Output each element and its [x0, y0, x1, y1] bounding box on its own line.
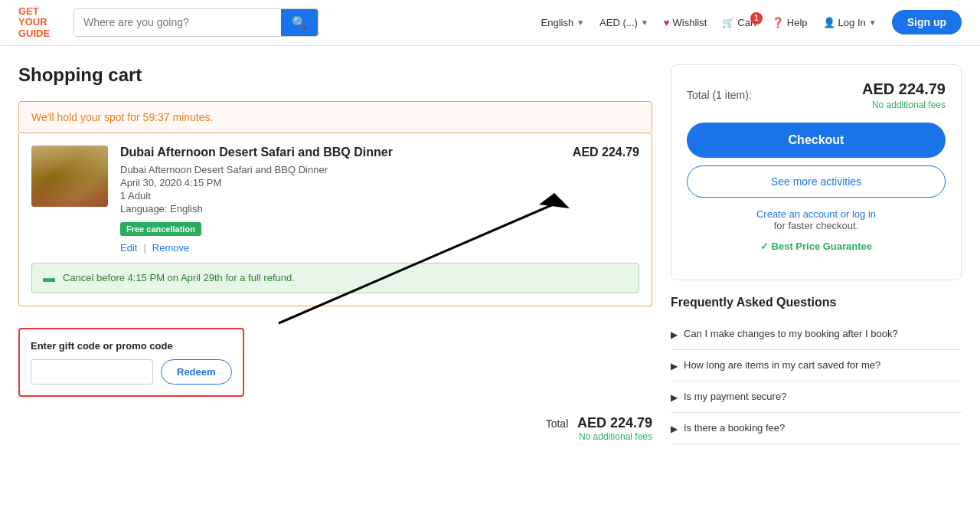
- account-note: Create an account or log in for faster c…: [687, 208, 946, 231]
- faq-arrow-icon-1: ▶: [671, 361, 678, 372]
- currency-selector[interactable]: AED (...) ▼: [599, 17, 648, 28]
- faq-question-0: Can I make changes to my booking after I…: [684, 328, 898, 339]
- cart-badge: 1: [750, 12, 763, 25]
- summary-price: AED 224.79: [862, 80, 946, 97]
- login-caret-icon: ▼: [869, 18, 877, 27]
- wishlist-nav[interactable]: ♥ Wishlist: [664, 17, 707, 28]
- cart-icon: 🛒: [722, 17, 734, 28]
- summary-header: Total (1 item): AED 224.79 No additional…: [687, 80, 946, 110]
- item-price: AED 224.79: [573, 146, 639, 159]
- main-content: Shopping cart We'll hold your spot for 5…: [0, 46, 980, 463]
- login-label: Log In: [838, 17, 866, 28]
- cart-card: Dubai Afternoon Desert Safari and BBQ Di…: [18, 133, 652, 306]
- item-image: [31, 146, 108, 207]
- logo-line2: YOUR: [18, 17, 61, 28]
- search-input[interactable]: [74, 9, 281, 36]
- login-nav[interactable]: 👤 Log In ▼: [823, 17, 877, 28]
- total-no-fees: No additional fees: [579, 431, 652, 442]
- promo-input[interactable]: [31, 359, 153, 385]
- item-details: Dubai Afternoon Desert Safari and BBQ Di…: [120, 146, 560, 254]
- header-nav: English ▼ AED (...) ▼ ♥ Wishlist 🛒 1 Car…: [541, 10, 962, 34]
- faq-item-0[interactable]: ▶ Can I make changes to my booking after…: [671, 319, 962, 350]
- total-label: Total: [546, 417, 569, 430]
- promo-section: Enter gift code or promo code Redeem: [18, 328, 244, 397]
- login-link[interactable]: log in: [852, 208, 876, 220]
- item-language: Language: English: [120, 203, 560, 214]
- timer-text: We'll hold your spot for 59:37 minutes.: [31, 111, 213, 123]
- cancellation-badge: Free cancellation: [120, 222, 201, 236]
- promo-area: Enter gift code or promo code Redeem Tot…: [18, 316, 652, 442]
- currency-caret-icon: ▼: [641, 18, 648, 27]
- logo-line3: GUIDE: [18, 28, 61, 39]
- faq-title: Frequently Asked Questions: [671, 296, 962, 309]
- create-account-link[interactable]: Create an account or: [756, 208, 852, 220]
- account-suffix: for faster checkout.: [774, 220, 859, 231]
- user-icon: 👤: [823, 17, 835, 28]
- faq-section: Frequently Asked Questions ▶ Can I make …: [671, 296, 962, 444]
- faq-question-1: How long are items in my cart saved for …: [684, 359, 880, 371]
- search-button[interactable]: 🔍: [281, 9, 318, 36]
- summary-price-block: AED 224.79 No additional fees: [862, 80, 946, 110]
- faq-arrow-icon-3: ▶: [671, 424, 678, 434]
- cart-item-row: Dubai Afternoon Desert Safari and BBQ Di…: [31, 146, 639, 254]
- faq-question-3: Is there a booking fee?: [684, 422, 785, 434]
- cart-nav[interactable]: 🛒 1 Cart: [722, 17, 756, 28]
- best-price-guarantee: Best Price Guarantee: [687, 241, 946, 252]
- wishlist-label: Wishlist: [673, 17, 707, 28]
- help-nav[interactable]: ❓ Help: [772, 17, 808, 28]
- account-prefix: Create an account or: [756, 208, 849, 220]
- faq-item-3[interactable]: ▶ Is there a booking fee?: [671, 413, 962, 444]
- signup-button[interactable]: Sign up: [892, 10, 962, 34]
- item-name: Dubai Afternoon Desert Safari and BBQ Di…: [120, 146, 560, 159]
- item-subtitle: Dubai Afternoon Desert Safari and BBQ Di…: [120, 164, 560, 175]
- total-amount: AED 224.79: [577, 415, 652, 430]
- faq-item-2[interactable]: ▶ Is my payment secure?: [671, 381, 962, 413]
- see-more-button[interactable]: See more activities: [687, 165, 946, 198]
- summary-no-fees: No additional fees: [862, 100, 946, 110]
- promo-row: Redeem: [31, 359, 232, 385]
- language-caret-icon: ▼: [577, 18, 584, 27]
- language-label: English: [541, 17, 574, 28]
- order-summary: Total (1 item): AED 224.79 No additional…: [671, 64, 962, 280]
- language-selector[interactable]: English ▼: [541, 17, 585, 28]
- help-label: Help: [787, 17, 808, 28]
- logo[interactable]: GET YOUR GUIDE: [18, 6, 61, 39]
- help-icon: ❓: [772, 17, 784, 28]
- total-row: Total AED 224.79 No additional fees: [546, 415, 652, 442]
- currency-label: AED (...): [599, 17, 638, 28]
- logo-line1: GET: [18, 6, 61, 17]
- promo-label: Enter gift code or promo code: [31, 340, 232, 352]
- faq-arrow-icon-0: ▶: [671, 329, 678, 340]
- total-label-row: Total AED 224.79: [546, 415, 652, 431]
- remove-link[interactable]: Remove: [152, 242, 189, 254]
- faq-arrow-icon-2: ▶: [671, 392, 678, 403]
- cancellation-notice: ▬ Cancel before 4:15 PM on April 29th fo…: [31, 263, 639, 293]
- edit-link[interactable]: Edit: [120, 242, 137, 254]
- item-guests: 1 Adult: [120, 190, 560, 201]
- header: GET YOUR GUIDE 🔍 English ▼ AED (...) ▼ ♥…: [0, 0, 980, 46]
- cancel-text: Cancel before 4:15 PM on April 29th for …: [63, 272, 295, 283]
- checkout-button[interactable]: Checkout: [687, 123, 946, 158]
- cart-section: Shopping cart We'll hold your spot for 5…: [18, 64, 652, 444]
- bottom-row: Total AED 224.79 No additional fees: [18, 403, 652, 442]
- separator: |: [143, 242, 145, 254]
- summary-total-label: Total (1 item):: [687, 89, 752, 101]
- heart-icon: ♥: [664, 17, 670, 28]
- timer-banner: We'll hold your spot for 59:37 minutes.: [18, 101, 652, 133]
- sidebar: Total (1 item): AED 224.79 No additional…: [671, 64, 962, 444]
- item-date: April 30, 2020 4:15 PM: [120, 177, 560, 188]
- faq-item-1[interactable]: ▶ How long are items in my cart saved fo…: [671, 350, 962, 381]
- search-bar: 🔍: [74, 8, 318, 37]
- faq-question-2: Is my payment secure?: [684, 391, 786, 402]
- page-title: Shopping cart: [18, 64, 652, 86]
- cancel-icon: ▬: [43, 271, 55, 285]
- item-actions: Edit | Remove: [120, 242, 560, 254]
- redeem-button[interactable]: Redeem: [161, 359, 232, 385]
